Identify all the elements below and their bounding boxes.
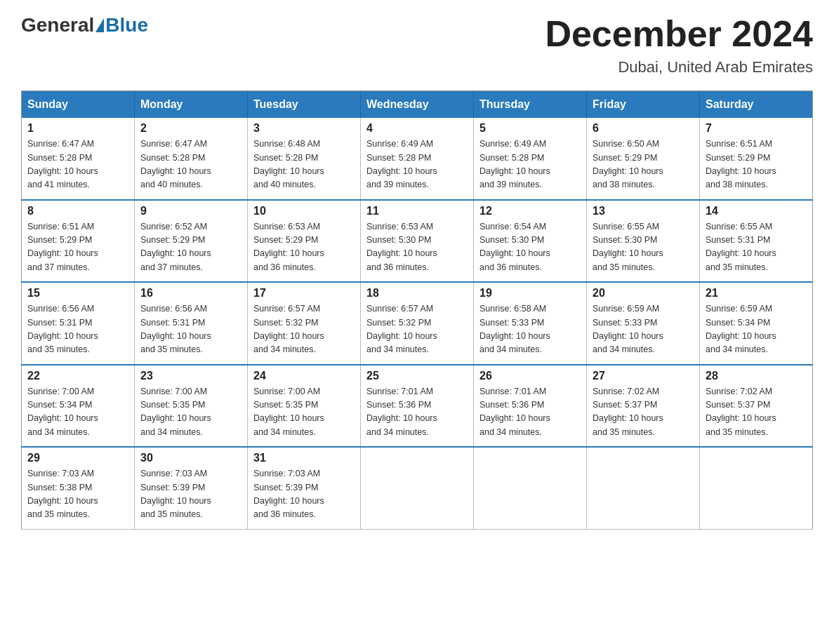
day-number: 21 xyxy=(706,287,807,300)
day-number: 8 xyxy=(27,205,128,217)
calendar-header-row: SundayMondayTuesdayWednesdayThursdayFrid… xyxy=(22,91,813,119)
calendar-week-row: 29Sunrise: 7:03 AMSunset: 5:38 PMDayligh… xyxy=(22,447,813,529)
logo-triangle-icon xyxy=(95,18,104,32)
day-info: Sunrise: 6:57 AMSunset: 5:32 PMDaylight:… xyxy=(366,302,468,357)
logo-blue-text: Blue xyxy=(105,14,148,36)
calendar-cell: 20Sunrise: 6:59 AMSunset: 5:33 PMDayligh… xyxy=(587,282,700,365)
calendar-week-row: 15Sunrise: 6:56 AMSunset: 5:31 PMDayligh… xyxy=(22,282,813,365)
day-number: 4 xyxy=(366,122,468,135)
calendar-cell: 11Sunrise: 6:53 AMSunset: 5:30 PMDayligh… xyxy=(361,200,474,283)
day-info: Sunrise: 7:00 AMSunset: 5:35 PMDaylight:… xyxy=(140,385,241,440)
day-info: Sunrise: 6:48 AMSunset: 5:28 PMDaylight:… xyxy=(253,137,355,192)
day-info: Sunrise: 6:53 AMSunset: 5:29 PMDaylight:… xyxy=(253,220,355,275)
calendar-cell: 23Sunrise: 7:00 AMSunset: 5:35 PMDayligh… xyxy=(135,365,248,448)
header-monday: Monday xyxy=(135,91,248,119)
day-info: Sunrise: 7:02 AMSunset: 5:37 PMDaylight:… xyxy=(593,385,694,440)
calendar-cell: 10Sunrise: 6:53 AMSunset: 5:29 PMDayligh… xyxy=(248,200,361,283)
day-number: 20 xyxy=(593,287,694,300)
day-number: 31 xyxy=(253,452,355,464)
day-number: 22 xyxy=(27,370,128,382)
calendar-cell: 19Sunrise: 6:58 AMSunset: 5:33 PMDayligh… xyxy=(474,282,587,365)
day-info: Sunrise: 7:00 AMSunset: 5:35 PMDaylight:… xyxy=(253,385,355,440)
calendar-cell: 18Sunrise: 6:57 AMSunset: 5:32 PMDayligh… xyxy=(361,282,474,365)
calendar-cell: 28Sunrise: 7:02 AMSunset: 5:37 PMDayligh… xyxy=(700,365,813,448)
calendar-cell: 27Sunrise: 7:02 AMSunset: 5:37 PMDayligh… xyxy=(587,365,700,448)
calendar-table: SundayMondayTuesdayWednesdayThursdayFrid… xyxy=(21,90,813,530)
day-number: 25 xyxy=(366,370,468,382)
logo-general-text: General xyxy=(21,14,94,36)
day-info: Sunrise: 6:58 AMSunset: 5:33 PMDaylight:… xyxy=(479,302,581,357)
day-info: Sunrise: 6:51 AMSunset: 5:29 PMDaylight:… xyxy=(706,137,807,192)
day-number: 18 xyxy=(366,287,468,300)
calendar-cell: 1Sunrise: 6:47 AMSunset: 5:28 PMDaylight… xyxy=(22,118,135,200)
day-number: 28 xyxy=(706,370,807,382)
calendar-cell: 3Sunrise: 6:48 AMSunset: 5:28 PMDaylight… xyxy=(248,118,361,200)
header-saturday: Saturday xyxy=(700,91,813,119)
day-number: 7 xyxy=(706,122,807,135)
day-number: 3 xyxy=(253,122,355,135)
day-info: Sunrise: 7:01 AMSunset: 5:36 PMDaylight:… xyxy=(479,385,581,440)
day-info: Sunrise: 7:03 AMSunset: 5:39 PMDaylight:… xyxy=(253,467,355,522)
logo: General Blue xyxy=(21,14,148,36)
calendar-cell: 31Sunrise: 7:03 AMSunset: 5:39 PMDayligh… xyxy=(248,447,361,529)
day-number: 2 xyxy=(140,122,241,135)
day-info: Sunrise: 6:55 AMSunset: 5:31 PMDaylight:… xyxy=(706,220,807,275)
day-info: Sunrise: 6:56 AMSunset: 5:31 PMDaylight:… xyxy=(140,302,241,357)
day-info: Sunrise: 6:54 AMSunset: 5:30 PMDaylight:… xyxy=(479,220,581,275)
day-number: 30 xyxy=(140,452,241,464)
day-info: Sunrise: 6:50 AMSunset: 5:29 PMDaylight:… xyxy=(593,137,694,192)
day-info: Sunrise: 6:51 AMSunset: 5:29 PMDaylight:… xyxy=(27,220,128,275)
day-number: 19 xyxy=(479,287,581,300)
calendar-cell xyxy=(587,447,700,529)
day-info: Sunrise: 7:03 AMSunset: 5:39 PMDaylight:… xyxy=(140,467,241,522)
header-wednesday: Wednesday xyxy=(361,91,474,119)
day-info: Sunrise: 6:49 AMSunset: 5:28 PMDaylight:… xyxy=(479,137,581,192)
calendar-week-row: 22Sunrise: 7:00 AMSunset: 5:34 PMDayligh… xyxy=(22,365,813,448)
calendar-cell xyxy=(361,447,474,529)
calendar-cell: 13Sunrise: 6:55 AMSunset: 5:30 PMDayligh… xyxy=(587,200,700,283)
day-info: Sunrise: 6:53 AMSunset: 5:30 PMDaylight:… xyxy=(366,220,468,275)
day-info: Sunrise: 6:59 AMSunset: 5:34 PMDaylight:… xyxy=(706,302,807,357)
page-header: General Blue December 2024 Dubai, United… xyxy=(21,14,813,76)
calendar-cell: 5Sunrise: 6:49 AMSunset: 5:28 PMDaylight… xyxy=(474,118,587,200)
day-info: Sunrise: 6:49 AMSunset: 5:28 PMDaylight:… xyxy=(366,137,468,192)
day-info: Sunrise: 6:59 AMSunset: 5:33 PMDaylight:… xyxy=(593,302,694,357)
day-number: 27 xyxy=(593,370,694,382)
day-number: 9 xyxy=(140,205,241,217)
calendar-cell: 4Sunrise: 6:49 AMSunset: 5:28 PMDaylight… xyxy=(361,118,474,200)
day-number: 14 xyxy=(706,205,807,217)
day-info: Sunrise: 6:52 AMSunset: 5:29 PMDaylight:… xyxy=(140,220,241,275)
day-info: Sunrise: 6:47 AMSunset: 5:28 PMDaylight:… xyxy=(140,137,241,192)
day-info: Sunrise: 7:03 AMSunset: 5:38 PMDaylight:… xyxy=(27,467,128,522)
calendar-cell: 7Sunrise: 6:51 AMSunset: 5:29 PMDaylight… xyxy=(700,118,813,200)
day-number: 29 xyxy=(27,452,128,464)
day-number: 15 xyxy=(27,287,128,300)
calendar-cell: 16Sunrise: 6:56 AMSunset: 5:31 PMDayligh… xyxy=(135,282,248,365)
day-number: 10 xyxy=(253,205,355,217)
day-info: Sunrise: 6:55 AMSunset: 5:30 PMDaylight:… xyxy=(593,220,694,275)
day-number: 11 xyxy=(366,205,468,217)
day-number: 26 xyxy=(479,370,581,382)
calendar-cell: 30Sunrise: 7:03 AMSunset: 5:39 PMDayligh… xyxy=(135,447,248,529)
day-number: 16 xyxy=(140,287,241,300)
calendar-cell: 15Sunrise: 6:56 AMSunset: 5:31 PMDayligh… xyxy=(22,282,135,365)
calendar-cell xyxy=(474,447,587,529)
calendar-title-area: December 2024 Dubai, United Arab Emirate… xyxy=(545,14,813,76)
day-number: 12 xyxy=(479,205,581,217)
day-number: 6 xyxy=(593,122,694,135)
calendar-week-row: 1Sunrise: 6:47 AMSunset: 5:28 PMDaylight… xyxy=(22,118,813,200)
calendar-cell: 29Sunrise: 7:03 AMSunset: 5:38 PMDayligh… xyxy=(22,447,135,529)
day-info: Sunrise: 7:00 AMSunset: 5:34 PMDaylight:… xyxy=(27,385,128,440)
calendar-cell: 12Sunrise: 6:54 AMSunset: 5:30 PMDayligh… xyxy=(474,200,587,283)
header-friday: Friday xyxy=(587,91,700,119)
day-info: Sunrise: 6:47 AMSunset: 5:28 PMDaylight:… xyxy=(27,137,128,192)
calendar-cell: 25Sunrise: 7:01 AMSunset: 5:36 PMDayligh… xyxy=(361,365,474,448)
header-sunday: Sunday xyxy=(22,91,135,119)
day-number: 5 xyxy=(479,122,581,135)
calendar-cell: 14Sunrise: 6:55 AMSunset: 5:31 PMDayligh… xyxy=(700,200,813,283)
calendar-week-row: 8Sunrise: 6:51 AMSunset: 5:29 PMDaylight… xyxy=(22,200,813,283)
day-number: 23 xyxy=(140,370,241,382)
day-info: Sunrise: 6:57 AMSunset: 5:32 PMDaylight:… xyxy=(253,302,355,357)
day-number: 1 xyxy=(27,122,128,135)
day-info: Sunrise: 7:01 AMSunset: 5:36 PMDaylight:… xyxy=(366,385,468,440)
